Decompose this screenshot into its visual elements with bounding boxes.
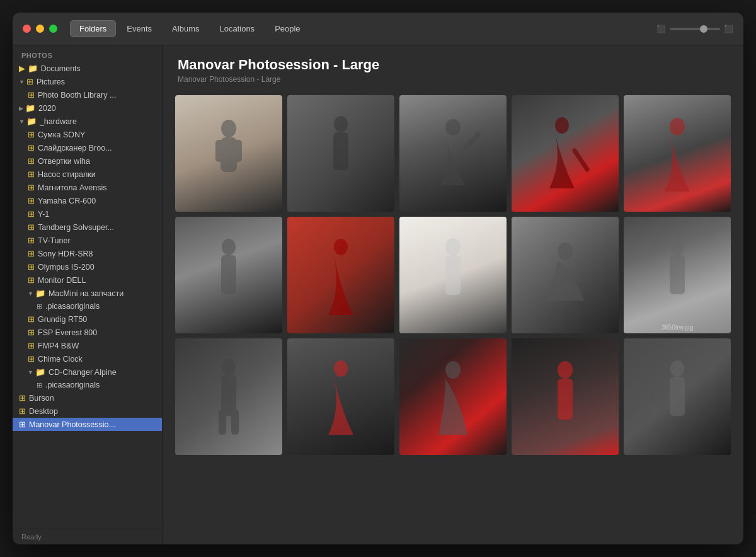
tab-albums[interactable]: Albums <box>163 20 209 37</box>
sidebar-item-label: Monitor DELL <box>38 276 86 285</box>
sidebar-item-label: Photo Booth Library ... <box>38 91 116 100</box>
grid-icon: ⊞ <box>28 209 35 219</box>
grid-icon: ⊞ <box>28 328 35 337</box>
slider-thumb[interactable] <box>700 25 707 33</box>
sidebar-item-slidscaner[interactable]: ⊞ Слайдсканер Broo... <box>13 141 162 154</box>
chevron-right-icon: ▶ <box>19 105 23 112</box>
grid-icon: ⊞ <box>19 420 26 429</box>
photo-cell-3[interactable] <box>399 95 507 212</box>
svg-rect-22 <box>231 410 239 435</box>
sidebar-item-manovar[interactable]: ⊞ Manovar Photossessio... <box>13 418 162 431</box>
sidebar-item-y1[interactable]: ⊞ Y-1 <box>13 207 162 221</box>
close-button[interactable] <box>23 25 31 33</box>
slider-track[interactable] <box>670 28 720 30</box>
sidebar-item-grundig[interactable]: ⊞ Grundig RT50 <box>13 313 162 326</box>
sidebar-item-hardware[interactable]: ▼ 📁 _hardware <box>13 115 162 128</box>
photo-placeholder <box>175 95 282 212</box>
sidebar-item-fsp-everest[interactable]: ⊞ FSP Everest 800 <box>13 326 162 339</box>
photo-placeholder <box>287 95 394 212</box>
sidebar-item-tv-tuner[interactable]: ⊞ TV-Tuner <box>13 234 162 247</box>
sidebar-item-yamaha[interactable]: ⊞ Yamaha CR-600 <box>13 194 162 207</box>
sidebar-item-sony-hdr[interactable]: ⊞ Sony HDR-SR8 <box>13 247 162 260</box>
svg-line-7 <box>466 135 478 147</box>
photo-cell-1[interactable] <box>175 95 282 212</box>
svg-point-16 <box>558 243 573 260</box>
photo-cell-4[interactable] <box>512 95 619 212</box>
sidebar-item-chime-clock[interactable]: ⊞ Chime Clock <box>13 352 162 365</box>
svg-point-4 <box>334 116 348 132</box>
svg-rect-21 <box>219 410 226 435</box>
sidebar: Photos ▶ 📁 Documents ▼ ⊞ Pictures ⊞ Phot… <box>13 45 163 544</box>
sidebar-scroll[interactable]: ▶ 📁 Documents ▼ ⊞ Pictures ⊞ Photo Booth… <box>13 62 162 529</box>
photo-cell-8[interactable] <box>399 217 507 333</box>
sidebar-item-burson[interactable]: ⊞ Burson <box>13 391 162 405</box>
grid-icon: ⊞ <box>19 393 26 403</box>
photo-placeholder <box>175 217 282 333</box>
sidebar-item-label: Burson <box>29 394 54 403</box>
sidebar-item-label: .picasaoriginals <box>45 302 100 311</box>
photo-cell-5[interactable] <box>624 95 731 212</box>
sidebar-item-sumka-sony[interactable]: ⊞ Сумка SONY <box>13 128 162 141</box>
photo-cell-14[interactable] <box>512 338 619 455</box>
photo-cell-2[interactable] <box>287 95 394 212</box>
sidebar-item-desktop[interactable]: ⊞ Desktop <box>13 405 162 418</box>
svg-rect-12 <box>221 255 236 294</box>
photo-cell-12[interactable] <box>287 338 394 455</box>
tab-locations[interactable]: Locations <box>210 20 264 37</box>
photo-cell-9[interactable] <box>512 217 619 333</box>
sidebar-item-label: FSP Everest 800 <box>38 328 97 337</box>
tab-folders[interactable]: Folders <box>70 20 116 37</box>
sidebar-item-label: Manovar Photossessio... <box>29 420 115 429</box>
sidebar-item-otvertki[interactable]: ⊞ Отвертки wiha <box>13 154 162 168</box>
photo-cell-15[interactable] <box>624 338 731 455</box>
sidebar-item-nasos[interactable]: ⊞ Насос стиралки <box>13 168 162 181</box>
grid-icon: ⊞ <box>28 314 35 324</box>
photo-cell-11[interactable] <box>175 338 282 455</box>
minimize-button[interactable] <box>36 25 44 33</box>
sidebar-item-fmp4[interactable]: ⊞ FMP4 B&W <box>13 339 162 352</box>
sidebar-header: Photos <box>13 45 162 62</box>
sidebar-item-olympus[interactable]: ⊞ Olympus IS-200 <box>13 260 162 273</box>
sidebar-item-macmini[interactable]: ▼ 📁 MacMini на запчасти <box>13 287 162 300</box>
tab-events[interactable]: Events <box>117 20 161 37</box>
zoom-slider[interactable]: ⬛ ⬛ <box>656 25 733 33</box>
sidebar-item-label: FMP4 B&W <box>38 342 79 350</box>
grid-icon: ⊞ <box>19 406 26 416</box>
photo-cell-7[interactable] <box>287 217 394 333</box>
svg-point-8 <box>555 117 569 134</box>
svg-point-6 <box>445 119 461 135</box>
grid-icon: ⊞ <box>28 169 35 179</box>
photo-placeholder <box>624 95 731 212</box>
folder-icon: 📁 <box>35 367 45 377</box>
sidebar-item-monitor-dell[interactable]: ⊞ Monitor DELL <box>13 273 162 287</box>
sidebar-item-tandberg[interactable]: ⊞ Tandberg Solvsuper... <box>13 221 162 234</box>
grid-icon: ⊞ <box>28 222 35 232</box>
grid-icon: ⊞ <box>28 156 35 166</box>
sidebar-item-pictures[interactable]: ▼ ⊞ Pictures <box>13 75 162 88</box>
svg-point-17 <box>670 239 684 255</box>
folder-icon: 📁 <box>35 289 45 298</box>
sidebar-item-cd-changer[interactable]: ▼ 📁 CD-Changer Alpine <box>13 365 162 379</box>
sidebar-item-picasa-1[interactable]: ⊞ .picasaoriginals <box>13 300 162 313</box>
svg-point-23 <box>334 360 348 377</box>
grid-icon: ⊞ <box>28 196 35 205</box>
sidebar-item-label: Слайдсканер Broo... <box>38 144 112 152</box>
photo-grid[interactable]: 3650lrw.jpg <box>163 90 743 544</box>
photo-cell-13[interactable] <box>399 338 507 455</box>
photo-placeholder <box>512 95 619 212</box>
photo-cell-10[interactable]: 3650lrw.jpg <box>624 217 731 333</box>
sidebar-item-photo-booth[interactable]: ⊞ Photo Booth Library ... <box>13 88 162 101</box>
grid-icon: ⊞ <box>28 354 35 364</box>
sidebar-item-magnitola[interactable]: ⊞ Магнитола Avensis <box>13 181 162 194</box>
svg-point-0 <box>221 120 236 137</box>
folder-icon: ▶ 📁 <box>19 64 38 73</box>
photo-cell-6[interactable] <box>175 217 282 333</box>
sidebar-item-documents[interactable]: ▶ 📁 Documents <box>13 62 162 75</box>
svg-rect-2 <box>215 140 224 162</box>
sidebar-item-2020[interactable]: ▶ 📁 2020 <box>13 101 162 115</box>
sidebar-item-picasa-2[interactable]: ⊞ .picasaoriginals <box>13 379 162 391</box>
svg-rect-15 <box>445 256 461 295</box>
maximize-button[interactable] <box>49 25 57 33</box>
photo-placeholder <box>399 338 507 455</box>
tab-people[interactable]: People <box>265 20 309 37</box>
